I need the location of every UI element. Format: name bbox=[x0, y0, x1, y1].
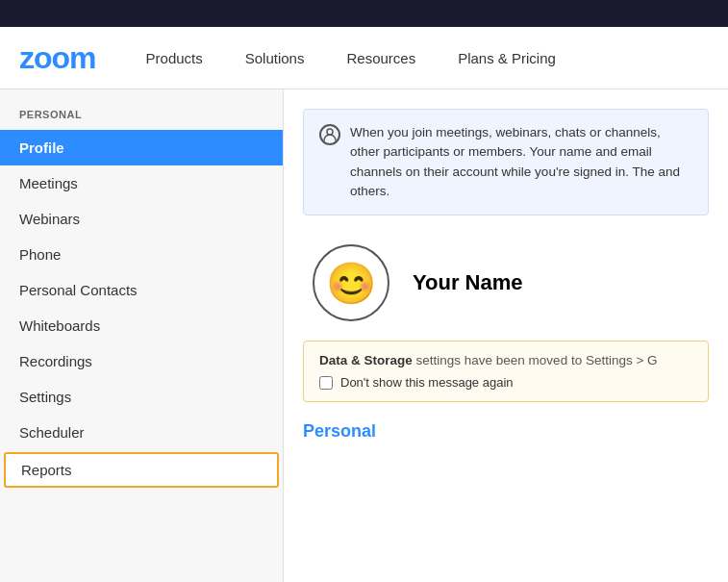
sidebar-label-profile: Profile bbox=[19, 139, 64, 156]
sidebar: PERSONAL Profile Meetings Webinars Phone… bbox=[0, 89, 284, 582]
sidebar-label-webinars: Webinars bbox=[19, 211, 80, 227]
avatar-emoji: 😊 bbox=[326, 260, 376, 307]
storage-banner-text: Data & Storage settings have been moved … bbox=[319, 353, 692, 367]
sidebar-label-whiteboards: Whiteboards bbox=[19, 317, 100, 334]
profile-section: 😊 Your Name bbox=[284, 215, 728, 341]
sidebar-label-scheduler: Scheduler bbox=[19, 424, 85, 441]
sidebar-item-webinars[interactable]: Webinars bbox=[0, 201, 283, 237]
storage-banner: Data & Storage settings have been moved … bbox=[303, 341, 709, 402]
nav-solutions[interactable]: Solutions bbox=[224, 27, 326, 89]
sidebar-label-meetings: Meetings bbox=[19, 175, 78, 191]
info-banner-text: When you join meetings, webinars, chats … bbox=[350, 123, 692, 201]
dont-show-row: Don't show this message again bbox=[319, 375, 692, 390]
sidebar-section-personal: PERSONAL bbox=[0, 109, 283, 130]
sidebar-item-recordings[interactable]: Recordings bbox=[0, 343, 283, 379]
avatar: 😊 bbox=[313, 244, 389, 321]
dont-show-label[interactable]: Don't show this message again bbox=[340, 375, 514, 390]
nav-resources[interactable]: Resources bbox=[325, 27, 437, 89]
sidebar-item-meetings[interactable]: Meetings bbox=[0, 165, 283, 201]
info-icon bbox=[319, 124, 340, 145]
dont-show-checkbox[interactable] bbox=[319, 376, 333, 390]
profile-name: Your Name bbox=[413, 270, 523, 295]
sidebar-label-settings: Settings bbox=[19, 389, 71, 405]
nav-bar: Products Solutions Resources Plans & Pri… bbox=[125, 27, 577, 89]
sidebar-item-reports[interactable]: Reports bbox=[4, 452, 279, 488]
header: zoom Products Solutions Resources Plans … bbox=[0, 27, 728, 89]
info-banner: When you join meetings, webinars, chats … bbox=[303, 109, 709, 215]
layout: PERSONAL Profile Meetings Webinars Phone… bbox=[0, 89, 728, 582]
sidebar-label-personal-contacts: Personal Contacts bbox=[19, 282, 138, 298]
sidebar-item-phone[interactable]: Phone bbox=[0, 237, 283, 272]
personal-section: Personal bbox=[284, 402, 728, 442]
sidebar-item-personal-contacts[interactable]: Personal Contacts bbox=[0, 272, 283, 308]
sidebar-label-phone: Phone bbox=[19, 246, 61, 263]
sidebar-item-scheduler[interactable]: Scheduler bbox=[0, 415, 283, 450]
zoom-logo[interactable]: zoom bbox=[19, 40, 96, 76]
sidebar-item-profile[interactable]: Profile bbox=[0, 130, 283, 165]
personal-label: Personal bbox=[303, 421, 709, 442]
sidebar-label-reports: Reports bbox=[21, 462, 72, 478]
storage-bold-text: Data & Storage bbox=[319, 353, 413, 367]
nav-plans-pricing[interactable]: Plans & Pricing bbox=[437, 27, 577, 89]
sidebar-item-settings[interactable]: Settings bbox=[0, 379, 283, 415]
sidebar-item-whiteboards[interactable]: Whiteboards bbox=[0, 308, 283, 343]
main-content: When you join meetings, webinars, chats … bbox=[284, 89, 728, 582]
sidebar-label-recordings: Recordings bbox=[19, 353, 92, 369]
nav-products[interactable]: Products bbox=[125, 27, 224, 89]
storage-main-text: settings have been moved to Settings > G bbox=[413, 353, 658, 367]
top-bar bbox=[0, 0, 728, 27]
svg-point-0 bbox=[327, 129, 333, 135]
